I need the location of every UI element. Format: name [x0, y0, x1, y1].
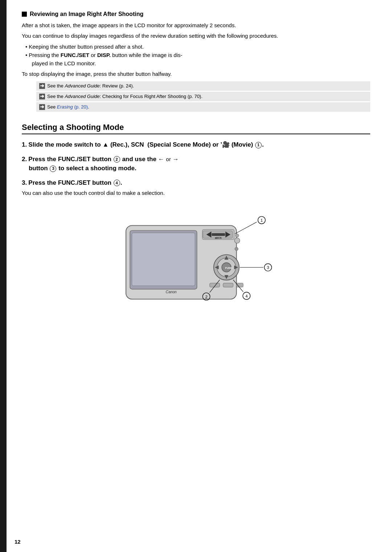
step-text-3: Press the FUNC./SET button 4. [28, 179, 122, 186]
section-review: Reviewing an Image Right After Shooting … [22, 11, 370, 112]
hint-text-2: See the Advanced Guide: Checking for Foc… [47, 93, 203, 100]
shooting-title: Selecting a Shooting Mode [22, 123, 370, 134]
bullet-text-2: Pressing the FUNC./SET or DISP. button w… [29, 51, 182, 68]
svg-rect-2 [132, 233, 195, 286]
svg-rect-20 [210, 283, 220, 287]
step-subtext-3: You can also use the touch control dial … [22, 189, 370, 197]
hint-text-3: See Erasing (p. 20). [47, 104, 89, 110]
erasing-link[interactable]: Erasing [57, 104, 73, 110]
hint-box-1: ➜ See the Advanced Guide: Review (p. 24)… [36, 81, 370, 91]
svg-text:FUNC: FUNC [225, 267, 233, 270]
step-text-2: Press the FUNC./SET button 2 and use the… [22, 156, 179, 172]
page-number: 12 [15, 539, 21, 545]
hint-box-2: ➜ See the Advanced Guide: Checking for F… [36, 92, 370, 101]
camera-diagram: ⊞SCN FUNC [29, 203, 370, 315]
step-3: 3. Press the FUNC./SET button 4. You can… [22, 178, 370, 197]
review-title: Reviewing an Image Right After Shooting [22, 11, 370, 17]
svg-line-24 [235, 222, 257, 234]
bullet-dot-1: • [25, 42, 27, 51]
black-square-icon [22, 12, 27, 17]
erasing-page-link[interactable]: (p. 20) [74, 104, 88, 110]
review-para1: After a shot is taken, the image appears… [22, 21, 370, 29]
hint-text-1: See the Advanced Guide: Review (p. 24). [47, 83, 134, 89]
svg-text:2: 2 [205, 295, 207, 299]
svg-rect-21 [223, 283, 233, 287]
bullet-dot-2: • [25, 51, 27, 68]
svg-text:1: 1 [261, 218, 263, 222]
review-para2: You can continue to display images regar… [22, 32, 370, 40]
left-bar [0, 0, 7, 552]
hint-boxes: ➜ See the Advanced Guide: Review (p. 24)… [36, 81, 370, 112]
svg-text:3: 3 [267, 266, 269, 270]
arrow-icon-3: ➜ [39, 104, 45, 110]
circle-2: 2 [114, 156, 120, 163]
section-shooting: Selecting a Shooting Mode 1. Slide the m… [22, 123, 370, 315]
hint-box-3: ➜ See Erasing (p. 20). [36, 102, 370, 112]
svg-point-10 [236, 234, 239, 237]
step-2: 2. Press the FUNC./SET button 2 and use … [22, 155, 370, 173]
step-number-3: 3. [22, 179, 27, 186]
step-number-1: 1. [22, 141, 27, 148]
or-text: or [166, 156, 171, 162]
arrow-icon-2: ➜ [39, 94, 45, 99]
bullet-list: • Keeping the shutter button pressed aft… [25, 42, 370, 68]
bullet-item-2: • Pressing the FUNC./SET or DISP. button… [25, 51, 370, 68]
circle-4: 4 [114, 180, 120, 186]
arrow-icon-1: ➜ [39, 83, 45, 89]
svg-point-11 [235, 248, 238, 251]
step-number-2: 2. [22, 156, 27, 163]
svg-text:4: 4 [245, 294, 248, 298]
step-1: 1. Slide the mode switch to ▲ (Rec.), SC… [22, 140, 370, 150]
stop-text: To stop displaying the image, press the … [22, 70, 370, 78]
circle-1: 1 [255, 142, 262, 148]
circle-3: 3 [50, 165, 56, 172]
bullet-text-1: Keeping the shutter button pressed after… [29, 42, 144, 51]
step-text-1: Slide the mode switch to ▲ (Rec.), SCN (… [28, 141, 264, 148]
camera-svg: ⊞SCN FUNC [113, 203, 287, 312]
svg-text:⊞SCN: ⊞SCN [215, 237, 222, 240]
svg-point-9 [234, 238, 240, 244]
svg-rect-7 [212, 233, 225, 236]
bullet-item-1: • Keeping the shutter button pressed aft… [25, 42, 370, 51]
svg-text:Canon: Canon [166, 290, 177, 294]
